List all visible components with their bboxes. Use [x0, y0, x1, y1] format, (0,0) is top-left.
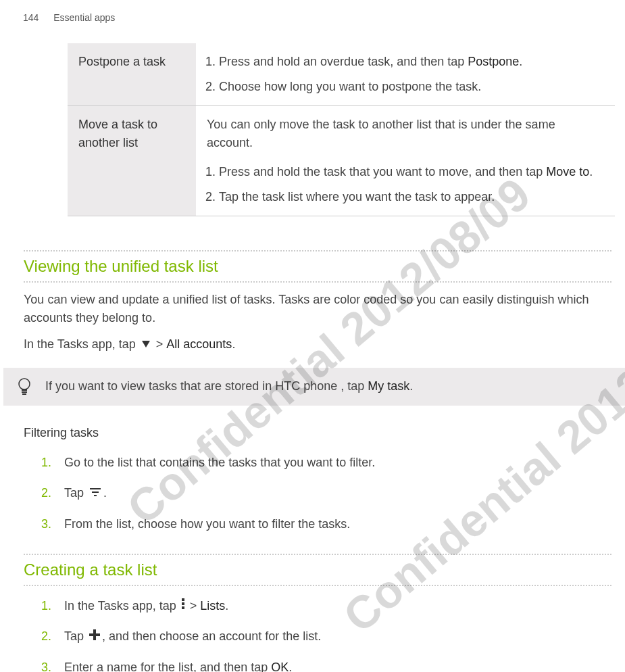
- text: .: [519, 55, 522, 68]
- text: Go to the list that contains the tasks t…: [64, 454, 375, 472]
- subheading-filtering: Filtering tasks: [24, 426, 611, 440]
- svg-rect-2: [22, 391, 27, 393]
- lightbulb-icon: [17, 377, 32, 396]
- step-number: 3.: [41, 515, 52, 533]
- text: Enter a name for the list, and then tap …: [64, 658, 292, 672]
- text: Tap: [64, 629, 87, 643]
- plus-icon: [89, 628, 101, 646]
- text: >: [156, 337, 167, 351]
- bold-text: Move to: [546, 165, 589, 178]
- text: Tap , and then choose an account for the…: [64, 627, 321, 646]
- creating-steps: 1. In the Tasks app, tap > Lists. 2.: [24, 597, 611, 673]
- divider: [24, 585, 611, 586]
- svg-rect-5: [92, 491, 99, 493]
- text: Tap: [64, 486, 87, 500]
- text: From the list, choose how you want to fi…: [64, 515, 350, 533]
- list-item: Choose how long you want to postpone the…: [219, 78, 604, 96]
- svg-rect-8: [182, 602, 184, 605]
- step-number: 1.: [41, 454, 52, 472]
- step-number: 2.: [41, 484, 52, 503]
- list-item: Press and hold the task that you want to…: [219, 163, 604, 181]
- list-item: 1. Go to the list that contains the task…: [41, 454, 611, 472]
- text: .: [225, 599, 228, 613]
- list-item: Press and hold an overdue task, and then…: [219, 53, 604, 71]
- list-item: 2. Tap .: [41, 484, 611, 503]
- text: .: [409, 379, 413, 393]
- dropdown-icon: [141, 336, 151, 354]
- svg-rect-3: [22, 393, 26, 395]
- table-row: Postpone a task Press and hold an overdu…: [68, 43, 615, 106]
- page-header: 144 Essential apps: [0, 0, 625, 23]
- text: >: [190, 599, 201, 613]
- text: In the Tasks app, tap: [24, 337, 139, 351]
- svg-rect-9: [182, 606, 184, 609]
- bold-text: All accounts: [166, 337, 232, 351]
- text: Press and hold an overdue task, and then…: [219, 55, 468, 68]
- list-item: 3. Enter a name for the list, and then t…: [41, 658, 611, 672]
- row-content-move: You can only move the task to another li…: [196, 106, 615, 216]
- bold-text: My task: [368, 379, 409, 393]
- section-title-creating: Creating a task list: [24, 555, 611, 585]
- menu-dots-icon: [181, 597, 185, 615]
- page-number: 144: [23, 12, 39, 23]
- list-item: 2. Tap , and then choose an account for …: [41, 627, 611, 646]
- row-label-move: Move a task to another list: [68, 106, 196, 216]
- text: In the Tasks app, tap > Lists.: [64, 597, 228, 616]
- step-number: 2.: [41, 627, 52, 646]
- divider: [24, 281, 611, 283]
- bold-text: Lists: [200, 599, 225, 613]
- text: .: [289, 661, 292, 672]
- bold-text: OK: [271, 661, 289, 672]
- section-title-viewing: Viewing the unified task list: [24, 251, 611, 281]
- filtering-steps: 1. Go to the list that contains the task…: [24, 454, 611, 533]
- text: .: [232, 337, 235, 351]
- text: Press and hold the task that you want to…: [219, 165, 546, 178]
- text: If you want to view tasks that are store…: [45, 379, 368, 393]
- row-label-postpone: Postpone a task: [68, 43, 196, 106]
- chapter-title: Essential apps: [53, 12, 115, 23]
- text: In the Tasks app, tap: [64, 599, 180, 613]
- list-item: 3. From the list, choose how you want to…: [41, 515, 611, 533]
- svg-rect-4: [90, 488, 101, 489]
- svg-rect-1: [22, 389, 27, 391]
- body-text: You can view and update a unified list o…: [24, 291, 611, 327]
- text: Enter a name for the list, and then tap: [64, 661, 271, 672]
- text: .: [589, 165, 593, 178]
- svg-rect-11: [89, 633, 100, 636]
- svg-rect-6: [94, 495, 97, 496]
- text: Tap .: [64, 484, 107, 503]
- step-number: 3.: [41, 658, 52, 672]
- text: .: [103, 486, 107, 500]
- step-number: 1.: [41, 597, 52, 616]
- bold-text: Postpone: [468, 55, 519, 68]
- table-row: Move a task to another list You can only…: [68, 106, 615, 216]
- list-item: Tap the task list where you want the tas…: [219, 188, 604, 206]
- list-item: 1. In the Tasks app, tap > Lists.: [41, 597, 611, 616]
- svg-rect-7: [182, 598, 184, 601]
- filter-icon: [89, 485, 102, 503]
- svg-point-0: [19, 379, 30, 389]
- task-table: Postpone a task Press and hold an overdu…: [68, 43, 615, 216]
- intro-text: You can only move the task to another li…: [207, 116, 604, 152]
- row-content-postpone: Press and hold an overdue task, and then…: [196, 43, 615, 106]
- body-text: In the Tasks app, tap > All accounts.: [24, 335, 611, 354]
- tip-text: If you want to view tasks that are store…: [45, 377, 413, 395]
- tip-box: If you want to view tasks that are store…: [3, 368, 625, 406]
- text: , and then choose an account for the lis…: [102, 629, 321, 643]
